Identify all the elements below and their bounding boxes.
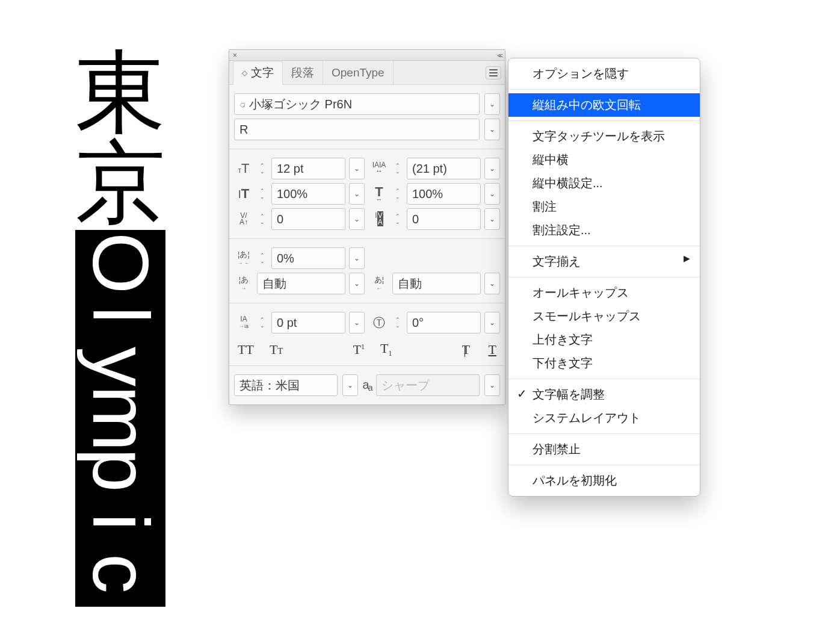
tsume-dropdown[interactable]: ⌄ bbox=[349, 247, 365, 269]
vertical-text-sample: 東 京 O l y m p i c bbox=[75, 47, 165, 607]
panel-flyout-menu: オプションを隠す 縦組み中の欧文回転 文字タッチツールを表示 縦中横 縦中横設定… bbox=[508, 58, 700, 497]
menu-all-caps[interactable]: オールキャップス bbox=[508, 281, 700, 305]
kerning-field[interactable]: 0 bbox=[271, 208, 345, 230]
tab-opentype[interactable]: OpenType bbox=[323, 61, 394, 84]
menu-system-layout[interactable]: システムレイアウト bbox=[508, 406, 700, 430]
selected-roman-text: O l y m p i c bbox=[75, 230, 165, 607]
sort-icon: ◇ bbox=[242, 69, 247, 77]
vertical-scale-dropdown[interactable]: ⌄ bbox=[349, 183, 365, 205]
leading-stepper[interactable]: ⌃⌄ bbox=[392, 158, 403, 179]
aki-left-field[interactable]: 自動 bbox=[257, 273, 345, 294]
font-style-field[interactable]: R bbox=[234, 119, 480, 140]
tab-paragraph[interactable]: 段落 bbox=[283, 61, 323, 84]
rotation-field[interactable]: 0° bbox=[407, 312, 481, 333]
menu-separator bbox=[508, 433, 700, 434]
tracking-field[interactable]: 0 bbox=[407, 208, 481, 230]
menu-separator bbox=[508, 379, 700, 379]
font-size-dropdown[interactable]: ⌄ bbox=[349, 158, 365, 179]
tab-label: 文字 bbox=[251, 65, 274, 81]
font-style-dropdown[interactable]: ⌄ bbox=[484, 119, 500, 140]
kerning-dropdown[interactable]: ⌄ bbox=[349, 208, 365, 230]
subscript-toggle[interactable]: T1 bbox=[380, 341, 392, 358]
menu-separator bbox=[508, 246, 700, 246]
kerning-icon: V/A↑ bbox=[234, 212, 253, 226]
underline-toggle[interactable]: T bbox=[489, 342, 496, 358]
vertical-scale-field[interactable]: 100% bbox=[271, 183, 345, 205]
antialias-field: シャープ bbox=[376, 374, 480, 396]
menu-tate-chu-yoko[interactable]: 縦中横 bbox=[508, 148, 700, 172]
strikethrough-toggle[interactable]: T| bbox=[462, 342, 473, 358]
language-dropdown[interactable]: ⌄ bbox=[342, 374, 358, 396]
tsume-icon: ¦あ¦→ ← bbox=[234, 250, 253, 266]
panel-titlebar[interactable]: × << bbox=[229, 50, 505, 61]
menu-separator bbox=[508, 120, 700, 121]
character-panel: × << ◇ 文字 段落 OpenType ⌕ 小塚ゴシック Pr6N ⌄ R … bbox=[229, 49, 505, 405]
menu-rotate-roman-in-vertical[interactable]: 縦組み中の欧文回転 bbox=[508, 93, 700, 117]
menu-tate-chu-yoko-settings[interactable]: 縦中横設定... bbox=[508, 172, 700, 195]
menu-hide-options[interactable]: オプションを隠す bbox=[508, 62, 700, 85]
search-icon: ⌕ bbox=[239, 99, 246, 110]
aki-left-icon: ¦あ→ bbox=[234, 276, 253, 291]
menu-reset-panel[interactable]: パネルを初期化 bbox=[508, 469, 700, 492]
menu-adjust-glyph-width[interactable]: 文字幅を調整 bbox=[508, 383, 700, 406]
menu-separator bbox=[508, 465, 700, 465]
vertical-scale-stepper[interactable]: ⌃⌄ bbox=[257, 183, 268, 205]
menu-warichu-settings[interactable]: 割注設定... bbox=[508, 218, 700, 242]
small-caps-toggle[interactable]: TT bbox=[270, 342, 283, 358]
horizontal-scale-dropdown[interactable]: ⌄ bbox=[484, 183, 500, 205]
rotation-dropdown[interactable]: ⌄ bbox=[484, 312, 500, 333]
antialias-dropdown[interactable]: ⌄ bbox=[484, 374, 500, 396]
horizontal-scale-icon: T↔ bbox=[369, 185, 389, 203]
menu-superscript[interactable]: 上付き文字 bbox=[508, 328, 700, 352]
menu-show-touch-tool[interactable]: 文字タッチツールを表示 bbox=[508, 125, 700, 148]
font-family-dropdown[interactable]: ⌄ bbox=[484, 93, 500, 115]
aki-left-dropdown[interactable]: ⌄ bbox=[349, 273, 365, 294]
tsume-stepper[interactable]: ⌃⌄ bbox=[257, 247, 268, 269]
language-field[interactable]: 英語：米国 bbox=[234, 374, 338, 396]
kanji-glyph-1: 東 bbox=[75, 47, 165, 137]
menu-warichu[interactable]: 割注 bbox=[508, 195, 700, 218]
panel-tabs: ◇ 文字 段落 OpenType bbox=[229, 61, 505, 85]
horizontal-scale-stepper[interactable]: ⌃⌄ bbox=[392, 183, 403, 205]
kanji-glyph-2: 京 bbox=[75, 137, 165, 228]
kerning-stepper[interactable]: ⌃⌄ bbox=[257, 208, 268, 230]
menu-separator bbox=[508, 89, 700, 90]
close-icon[interactable]: × bbox=[233, 51, 237, 60]
aki-right-dropdown[interactable]: ⌄ bbox=[484, 273, 500, 294]
aki-right-field[interactable]: 自動 bbox=[392, 273, 481, 294]
menu-small-caps[interactable]: スモールキャップス bbox=[508, 305, 700, 328]
tracking-stepper[interactable]: ⌃⌄ bbox=[392, 208, 403, 230]
antialias-icon: aa bbox=[363, 378, 372, 392]
baseline-shift-icon: IA→ia bbox=[234, 316, 253, 329]
font-family-value: 小塚ゴシック Pr6N bbox=[249, 96, 352, 113]
font-family-field[interactable]: ⌕ 小塚ゴシック Pr6N bbox=[234, 93, 480, 115]
tsume-field[interactable]: 0% bbox=[271, 247, 345, 269]
rotation-icon: Ⓣ bbox=[369, 317, 389, 329]
baseline-shift-field[interactable]: 0 pt bbox=[271, 312, 345, 333]
leading-icon: IAIA↔ bbox=[369, 163, 389, 174]
menu-no-break[interactable]: 分割禁止 bbox=[508, 438, 700, 461]
rotation-stepper[interactable]: ⌃⌄ bbox=[392, 312, 403, 333]
tab-character[interactable]: ◇ 文字 bbox=[233, 61, 283, 85]
leading-dropdown[interactable]: ⌄ bbox=[484, 158, 500, 179]
menu-separator bbox=[508, 277, 700, 277]
baseline-shift-dropdown[interactable]: ⌄ bbox=[349, 312, 365, 333]
panel-menu-button[interactable] bbox=[486, 66, 501, 79]
tracking-icon: IV A bbox=[369, 212, 389, 226]
roman-letter: c bbox=[94, 527, 146, 618]
collapse-icon[interactable]: << bbox=[497, 52, 501, 59]
horizontal-scale-field[interactable]: 100% bbox=[407, 183, 481, 205]
aki-right-icon: あ¦← bbox=[369, 276, 389, 291]
baseline-shift-stepper[interactable]: ⌃⌄ bbox=[257, 312, 268, 333]
font-size-stepper[interactable]: ⌃⌄ bbox=[257, 158, 268, 179]
vertical-scale-icon: IT bbox=[234, 187, 253, 200]
leading-field[interactable]: (21 pt) bbox=[407, 158, 481, 179]
menu-character-alignment[interactable]: 文字揃え bbox=[508, 250, 700, 273]
all-caps-toggle[interactable]: TT bbox=[238, 342, 254, 358]
superscript-toggle[interactable]: T1 bbox=[353, 342, 365, 358]
tracking-dropdown[interactable]: ⌄ bbox=[484, 208, 500, 230]
menu-subscript[interactable]: 下付き文字 bbox=[508, 352, 700, 375]
font-size-field[interactable]: 12 pt bbox=[271, 158, 345, 179]
font-size-icon: тT bbox=[234, 162, 253, 175]
